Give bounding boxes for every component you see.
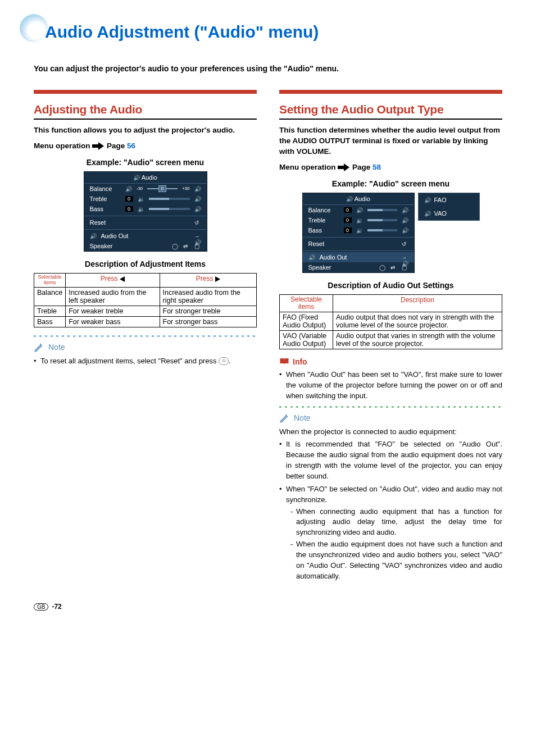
note-label: Note xyxy=(48,343,65,352)
right-desc-table: Selectable items Description FAO (Fixed … xyxy=(279,294,502,349)
speaker-right-icon: 🔊 xyxy=(402,207,408,213)
table-row: Bass For weaker bass For stronger bass xyxy=(34,316,257,327)
speaker-icon: 🔊 xyxy=(346,196,353,202)
menu-op-page-label: Page xyxy=(107,142,125,150)
speaker-high-icon: 🔊 xyxy=(194,196,201,202)
pen-note-icon xyxy=(279,412,290,423)
right-heading: Setting the Audio Output Type xyxy=(279,95,502,120)
osd-speaker-label: Speaker xyxy=(90,243,121,249)
osd-opt-fao: FAO xyxy=(434,197,447,203)
toggle-on-icon: ◯ xyxy=(172,243,179,249)
osd-treble-label: Treble xyxy=(90,195,121,202)
osd-bass-bar xyxy=(149,208,190,210)
arrow-lr-icon: ⇄ xyxy=(183,243,190,249)
cell-desc: Audio output that does not vary in stren… xyxy=(333,312,502,331)
th-selectable: Selectable items xyxy=(34,273,66,287)
info-heading: Info xyxy=(279,357,502,366)
dotted-rule xyxy=(34,335,257,337)
cell-left: For weaker bass xyxy=(66,316,160,327)
speaker-high-icon: 🔊 xyxy=(194,206,201,212)
osd-treble-val: 0 xyxy=(344,217,352,223)
osd-balance-bar xyxy=(367,209,397,211)
osd-balance-thumb: 0 xyxy=(158,185,166,192)
right-menu-operation: Menu operation Page 58 xyxy=(279,163,502,171)
osd-balance-max: +30 xyxy=(182,186,190,191)
menu-op-label: Menu operation xyxy=(34,142,90,150)
osd-opt-vao: VAO xyxy=(434,210,447,217)
speaker-right-icon: 🔊 xyxy=(194,186,201,192)
note-intro: When the projector is connected to audio… xyxy=(279,427,502,438)
right-body: This function determines whether the aud… xyxy=(279,125,502,157)
menu-op-label: Menu operation xyxy=(279,163,336,171)
osd-balance-val: 0 xyxy=(344,207,352,213)
osd-speaker-label: Speaker xyxy=(308,264,339,271)
table-row: Treble For weaker treble For stronger tr… xyxy=(34,306,257,316)
dotted-rule xyxy=(279,406,502,408)
osd-bass-label: Bass xyxy=(90,206,121,212)
arrow-right-icon xyxy=(338,164,350,171)
osd-bass-label: Bass xyxy=(308,227,339,234)
arrow-right-icon xyxy=(92,143,105,149)
info-label: Info xyxy=(293,357,307,366)
osd-audioout-label: Audio Out xyxy=(320,254,356,261)
section-divider-bar xyxy=(279,90,502,94)
speaker-low-icon: 🔉 xyxy=(138,196,144,202)
cell-item: Balance xyxy=(34,287,66,306)
th-press-right: Press xyxy=(160,273,256,287)
right-desc-heading: Description of Audio Out Settings xyxy=(279,281,502,290)
section-divider-bar xyxy=(34,90,257,94)
osd-treble-bar xyxy=(367,219,397,221)
speaker-left-icon: 🔊 xyxy=(125,186,132,192)
toggle-off-icon: ▢ xyxy=(402,265,408,270)
osd-treble-val: 0 xyxy=(125,196,133,202)
osd-screenshot-right: 🔊 Audio Balance 0 🔊 🔊 Treble 0 🔉 🔊 Bass … xyxy=(302,193,415,273)
osd-bass-val: 0 xyxy=(125,206,133,212)
osd-screenshot-left: 🔊 Audio Balance 🔊 -30 0 +30 🔊 Treble 0 🔉… xyxy=(84,171,207,252)
right-column: Setting the Audio Output Type This funct… xyxy=(279,90,502,586)
cell-left: Increased audio from the left speaker xyxy=(66,287,160,306)
triangle-right-icon xyxy=(215,276,220,282)
arrow-icon: →🔊 xyxy=(194,233,201,239)
left-column: Adjusting the Audio This function allows… xyxy=(34,90,257,586)
cell-right: Increased audio from the right speaker xyxy=(160,287,256,306)
note-sublist: When connecting audio equipment that has… xyxy=(290,507,502,582)
reset-icon: ↺ xyxy=(402,241,408,247)
speaker-low-icon: 🔉 xyxy=(356,227,363,233)
th-description: Description xyxy=(333,294,502,312)
note-item: It is recommended that "FAO" be selected… xyxy=(279,439,502,481)
footer-region: GB xyxy=(34,603,48,611)
osd-bass-val: 0 xyxy=(344,227,352,233)
table-row: Balance Increased audio from the left sp… xyxy=(34,287,257,306)
osd-balance-slider: 0 xyxy=(147,186,178,191)
osd-bass-bar xyxy=(367,229,397,231)
osd-balance-label: Balance xyxy=(90,185,121,192)
right-example-heading: Example: "Audio" screen menu xyxy=(279,179,502,188)
left-heading: Adjusting the Audio xyxy=(34,95,257,120)
cell-right: For stronger bass xyxy=(160,316,256,327)
osd-reset-label: Reset xyxy=(308,240,339,247)
speaker-high-icon: 🔊 xyxy=(402,227,408,233)
speaker-low-icon: 🔉 xyxy=(356,217,363,223)
menu-op-page-link[interactable]: 58 xyxy=(373,163,381,171)
th-selectable: Selectable items xyxy=(280,294,333,312)
th-press-left: Press xyxy=(66,273,160,287)
triangle-left-icon xyxy=(120,276,125,282)
note-list: To reset all adjustment items, select "R… xyxy=(34,356,257,367)
cell-item: FAO (Fixed Audio Output) xyxy=(280,312,333,331)
osd-reset-label: Reset xyxy=(90,219,121,226)
menu-op-page-link[interactable]: 56 xyxy=(127,142,135,150)
osd-balance-label: Balance xyxy=(308,207,339,213)
note-list: It is recommended that "FAO" be selected… xyxy=(279,439,502,581)
toggle-off-icon: ▢ xyxy=(194,243,201,249)
osd-title: Audio xyxy=(355,195,370,202)
table-row: VAO (Variable Audio Output) Audio output… xyxy=(280,331,502,349)
arrow-lr-icon: ⇄ xyxy=(390,265,397,270)
footer-page-number: -72 xyxy=(52,603,61,611)
cell-item: VAO (Variable Audio Output) xyxy=(280,331,333,349)
osd-balance-min: -30 xyxy=(137,186,143,191)
note-item: When "FAO" be selected on "Audio Out", v… xyxy=(279,484,502,582)
osd-treble-label: Treble xyxy=(308,217,339,224)
cell-item: Bass xyxy=(34,316,66,327)
page-title: Audio Adjustment ("Audio" menu) xyxy=(45,22,502,42)
note-subitem: When the audio equipment does not have s… xyxy=(290,539,502,581)
